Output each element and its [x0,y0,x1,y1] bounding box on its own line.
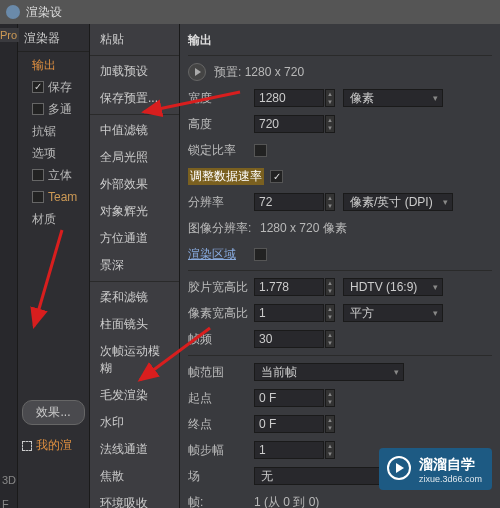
width-unit-select[interactable]: 像素 [343,89,443,107]
effect-global-illumination[interactable]: 全局光照 [90,144,179,171]
team-checkbox[interactable] [32,191,44,203]
tree-item-material[interactable]: 材质 [24,208,89,230]
image-res-value: 1280 x 720 像素 [260,220,347,237]
window-title: 渲染设 [26,4,62,21]
render-region-label[interactable]: 渲染区域 [188,246,254,263]
frame-rate-input[interactable]: 30 [254,330,324,348]
preset-row: 预置: 1280 x 720 [188,62,492,82]
effects-button[interactable]: 效果... [22,400,85,425]
effect-subframe-moblur[interactable]: 次帧运动模糊 [90,338,179,382]
frames-value: 1 (从 0 到 0) [254,494,319,509]
sidebar: 渲染器 输出 保存 多通 抗锯 选项 立体 Team 材质 效果... 我的渲 [18,24,90,508]
app-orb-icon [6,5,20,19]
pixel-aspect-spinner[interactable]: ▲▼ [325,304,335,322]
tree-item-aa[interactable]: 抗锯 [24,120,89,142]
frame-range-label: 帧范围 [188,364,254,381]
field-label: 场 [188,468,254,485]
width-input[interactable]: 1280 [254,89,324,107]
film-aspect-input[interactable]: 1.778 [254,278,324,296]
lock-ratio-checkbox[interactable] [254,144,267,157]
resolution-unit-select[interactable]: 像素/英寸 (DPI) [343,193,453,211]
stereo-checkbox[interactable] [32,169,44,181]
height-label: 高度 [188,116,254,133]
adjust-rate-checkbox[interactable] [270,170,283,183]
pixel-aspect-label: 像素宽高比 [188,305,254,322]
tree-item-options[interactable]: 选项 [24,142,89,164]
sidebar-header: 渲染器 [18,26,89,52]
watermark-badge: 溜溜自学 zixue.3d66.com [379,448,492,490]
sidebar-tree: 输出 保存 多通 抗锯 选项 立体 Team 材质 [18,52,89,230]
start-input[interactable]: 0 F [254,389,324,407]
effect-position-pass[interactable]: 方位通道 [90,225,179,252]
width-label: 宽度 [188,90,254,107]
my-render-settings[interactable]: 我的渲 [22,437,85,454]
end-input[interactable]: 0 F [254,415,324,433]
effect-caustics[interactable]: 焦散 [90,463,179,490]
effects-dropdown: 粘贴 加载预设 保存预置... 中值滤镜 全局光照 外部效果 对象辉光 方位通道… [90,24,180,508]
save-checkbox[interactable] [32,81,44,93]
preset-label: 预置: 1280 x 720 [214,64,304,81]
effect-soft-filter[interactable]: 柔和滤镜 [90,284,179,311]
end-label: 终点 [188,416,254,433]
step-spinner[interactable]: ▲▼ [325,441,335,459]
effect-watermark[interactable]: 水印 [90,409,179,436]
tree-item-output[interactable]: 输出 [24,54,89,76]
tree-item-team[interactable]: Team [24,186,89,208]
effect-object-glow[interactable]: 对象辉光 [90,198,179,225]
lock-ratio-label: 锁定比率 [188,142,254,159]
pixel-aspect-input[interactable]: 1 [254,304,324,322]
watermark-title: 溜溜自学 [419,456,482,474]
title-bar: 渲染设 [0,0,500,24]
effect-dof[interactable]: 景深 [90,252,179,279]
rail-3d: 3D [2,474,16,486]
pixel-aspect-select[interactable]: 平方 [343,304,443,322]
effect-median-filter[interactable]: 中值滤镜 [90,117,179,144]
frames-label: 帧: [188,494,254,509]
selection-icon [22,441,32,451]
resolution-input[interactable]: 72 [254,193,324,211]
effect-hair-render[interactable]: 毛发渲染 [90,382,179,409]
render-region-checkbox[interactable] [254,248,267,261]
preset-play-button[interactable] [188,63,206,81]
effect-normal-pass[interactable]: 法线通道 [90,436,179,463]
effect-ambient-occlusion[interactable]: 环境吸收 [90,490,179,508]
frame-rate-label: 帧频 [188,331,254,348]
rail-f: F [2,498,9,508]
image-res-label: 图像分辨率: [188,220,260,237]
height-input[interactable]: 720 [254,115,324,133]
start-spinner[interactable]: ▲▼ [325,389,335,407]
menu-load-preset[interactable]: 加载预设 [90,58,179,85]
film-aspect-label: 胶片宽高比 [188,279,254,296]
end-spinner[interactable]: ▲▼ [325,415,335,433]
menu-paste[interactable]: 粘贴 [90,26,179,53]
watermark-url: zixue.3d66.com [419,474,482,484]
film-aspect-select[interactable]: HDTV (16:9) [343,278,443,296]
left-rail: Pro 3D F [0,24,18,508]
menu-save-preset[interactable]: 保存预置... [90,85,179,112]
tree-item-save[interactable]: 保存 [24,76,89,98]
resolution-label: 分辨率 [188,194,254,211]
start-label: 起点 [188,390,254,407]
step-input[interactable]: 1 [254,441,324,459]
film-aspect-spinner[interactable]: ▲▼ [325,278,335,296]
props-header: 输出 [188,28,492,53]
effect-cylindrical-lens[interactable]: 柱面镜头 [90,311,179,338]
tree-item-stereo[interactable]: 立体 [24,164,89,186]
width-spinner[interactable]: ▲▼ [325,89,335,107]
multipass-checkbox[interactable] [32,103,44,115]
frame-rate-spinner[interactable]: ▲▼ [325,330,335,348]
watermark-play-icon [387,456,411,480]
pro-badge: Pro [0,28,19,42]
frame-range-select[interactable]: 当前帧 [254,363,404,381]
resolution-spinner[interactable]: ▲▼ [325,193,335,211]
height-spinner[interactable]: ▲▼ [325,115,335,133]
adjust-rate-label: 调整数据速率 [188,168,264,185]
properties-panel: 输出 预置: 1280 x 720 宽度 1280 ▲▼ 像素 高度 720 ▲… [180,24,500,508]
tree-item-multipass[interactable]: 多通 [24,98,89,120]
effect-external[interactable]: 外部效果 [90,171,179,198]
step-label: 帧步幅 [188,442,254,459]
